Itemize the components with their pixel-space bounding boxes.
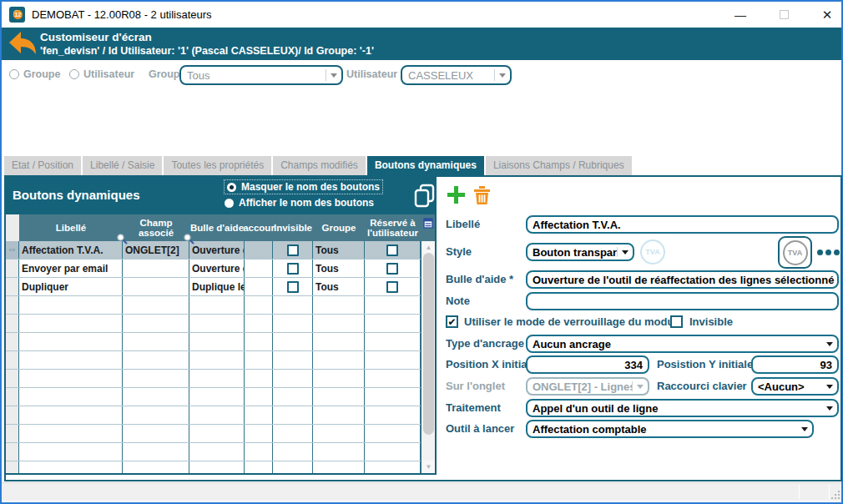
chevron-down-icon[interactable] bbox=[495, 73, 510, 78]
groupe-combo[interactable]: Tous bbox=[179, 65, 343, 85]
col-raccourci[interactable]: accour bbox=[245, 214, 273, 241]
cell-libelle[interactable]: Dupliquer bbox=[19, 278, 123, 295]
cell-groupe[interactable]: Tous bbox=[313, 278, 365, 295]
bulle-aide-input[interactable]: Ouverture de l'outil de réaffectation de… bbox=[526, 270, 839, 289]
col-invisible[interactable]: Invisible bbox=[273, 214, 313, 241]
table-row[interactable]: Dupliquer Duplique le d Tous bbox=[6, 278, 435, 296]
chevron-down-icon[interactable] bbox=[822, 406, 837, 411]
row-drag-icon[interactable]: «» bbox=[6, 241, 19, 259]
tab-champs-modifies[interactable]: Champs modifiés bbox=[273, 156, 366, 175]
table-row-empty[interactable] bbox=[6, 425, 435, 443]
copy-icon[interactable] bbox=[413, 184, 437, 209]
table-row-empty[interactable] bbox=[6, 443, 435, 461]
cell-champ[interactable] bbox=[123, 260, 189, 277]
chevron-down-icon[interactable] bbox=[326, 73, 341, 78]
reserve-checkbox[interactable] bbox=[386, 244, 398, 256]
cell-bulle[interactable]: Ouverture de bbox=[189, 260, 245, 277]
invisible-checkbox[interactable] bbox=[287, 281, 299, 293]
search-icon[interactable] bbox=[183, 233, 194, 246]
invisible-checkbox[interactable] bbox=[670, 315, 683, 328]
cell-champ[interactable] bbox=[123, 278, 189, 295]
row-drag-icon[interactable] bbox=[6, 278, 19, 295]
table-row[interactable]: Envoyer par email Ouverture de Tous bbox=[6, 260, 435, 278]
cell-accour[interactable] bbox=[245, 260, 273, 277]
col-groupe[interactable]: Groupe bbox=[313, 214, 365, 241]
page-title: Customiseur d'écran bbox=[40, 30, 374, 44]
chevron-down-icon[interactable] bbox=[822, 385, 837, 389]
chevron-down-icon[interactable] bbox=[822, 342, 837, 346]
radio-afficher-noms[interactable]: Afficher le nom des boutons bbox=[225, 197, 374, 209]
table-row-empty[interactable] bbox=[6, 333, 435, 351]
utilisateur-radio-label: Utilisateur bbox=[83, 68, 134, 80]
tab-boutons-dynamiques[interactable]: Boutons dynamiques bbox=[367, 156, 484, 175]
style-combo[interactable]: Bouton transpare bbox=[526, 243, 634, 261]
scroll-up-icon[interactable]: ▲ bbox=[422, 241, 435, 254]
cell-bulle[interactable]: Duplique le d bbox=[189, 278, 245, 295]
col-bulle-aide[interactable]: Bulle d'aide bbox=[189, 214, 245, 241]
tab-libelle-saisie[interactable]: Libellé / Saisie bbox=[83, 156, 162, 175]
raccourci-combo[interactable]: <Aucun> bbox=[751, 377, 839, 396]
cell-accour[interactable] bbox=[245, 278, 273, 295]
button-image-button[interactable]: TVA bbox=[778, 236, 812, 269]
reserve-checkbox[interactable] bbox=[386, 263, 398, 275]
cell-invisible[interactable] bbox=[273, 278, 313, 295]
posx-input[interactable]: 334 bbox=[526, 355, 649, 374]
table-scrollbar[interactable]: ▲ ▼ bbox=[421, 241, 435, 473]
add-button[interactable] bbox=[445, 184, 467, 206]
reserve-checkbox[interactable] bbox=[386, 281, 398, 293]
utilisateur-combo[interactable]: CASSELEUX bbox=[401, 65, 512, 85]
resize-grip[interactable] bbox=[830, 489, 840, 499]
utilisateur-radio[interactable] bbox=[69, 69, 79, 79]
cell-groupe[interactable]: Tous bbox=[313, 241, 365, 259]
outil-combo[interactable]: Affectation comptable bbox=[526, 420, 814, 438]
tab-liaisons-champs[interactable]: Liaisons Champs / Rubriques bbox=[486, 156, 632, 175]
table-row-empty[interactable] bbox=[6, 388, 435, 406]
cell-invisible[interactable] bbox=[273, 241, 313, 259]
cell-accour[interactable] bbox=[245, 241, 273, 259]
cell-libelle[interactable]: Envoyer par email bbox=[19, 260, 123, 277]
scrollbar-thumb[interactable] bbox=[423, 253, 434, 435]
traitement-combo[interactable]: Appel d'un outil de ligne bbox=[526, 399, 839, 417]
invisible-checkbox[interactable] bbox=[287, 244, 299, 256]
row-drag-icon[interactable] bbox=[6, 260, 19, 277]
col-libelle[interactable]: Libellé bbox=[19, 214, 123, 241]
cell-champ[interactable]: ONGLET[2] bbox=[123, 241, 189, 259]
libelle-input[interactable]: Affectation T.V.A. bbox=[526, 215, 839, 234]
invisible-checkbox[interactable] bbox=[287, 263, 299, 275]
delete-button[interactable] bbox=[472, 184, 494, 206]
maximize-button[interactable] bbox=[770, 5, 798, 25]
cell-bulle[interactable]: Ouverture de bbox=[189, 241, 245, 259]
tab-toutes-proprietes[interactable]: Toutes les propriétés bbox=[164, 156, 271, 175]
radio-masquer-noms[interactable]: Masquer le nom des boutons bbox=[225, 180, 382, 194]
col-champ-associe[interactable]: Champ associé bbox=[123, 214, 189, 241]
table-row-empty[interactable] bbox=[6, 315, 435, 333]
tab-etat-position[interactable]: Etat / Position bbox=[4, 156, 81, 175]
more-styles-button[interactable] bbox=[817, 249, 840, 255]
table-row-empty[interactable] bbox=[6, 370, 435, 388]
table-row-empty[interactable] bbox=[6, 406, 435, 425]
cell-libelle[interactable]: Affectation T.V.A. bbox=[19, 241, 123, 259]
table-row-empty[interactable] bbox=[6, 351, 435, 370]
groupe-radio[interactable] bbox=[9, 69, 19, 79]
table-row[interactable]: «» Affectation T.V.A. ONGLET[2] Ouvertur… bbox=[6, 241, 435, 260]
chevron-down-icon[interactable] bbox=[618, 250, 633, 255]
table-row-empty[interactable] bbox=[6, 296, 435, 315]
cell-invisible[interactable] bbox=[273, 260, 313, 277]
cell-groupe[interactable]: Tous bbox=[313, 260, 365, 277]
note-input[interactable] bbox=[526, 292, 839, 310]
verrouillage-checkbox[interactable]: ✔ bbox=[446, 315, 458, 328]
search-icon[interactable] bbox=[116, 233, 128, 246]
cell-reserve[interactable] bbox=[365, 278, 421, 295]
close-button[interactable]: ✕ bbox=[813, 5, 841, 25]
table-row-empty[interactable] bbox=[6, 461, 435, 473]
col-reserve[interactable]: Réservé à l'utilisateur bbox=[365, 214, 421, 241]
cell-reserve[interactable] bbox=[365, 260, 421, 277]
ancrage-combo[interactable]: Aucun ancrage bbox=[526, 335, 839, 353]
chevron-down-icon[interactable] bbox=[797, 427, 812, 431]
posy-input[interactable]: 93 bbox=[751, 355, 839, 374]
scroll-down-icon[interactable]: ▼ bbox=[422, 461, 435, 473]
table-settings-icon[interactable] bbox=[423, 218, 434, 230]
cell-reserve[interactable] bbox=[365, 241, 421, 259]
minimize-button[interactable]: — bbox=[726, 5, 755, 25]
back-arrow-icon[interactable] bbox=[8, 31, 38, 56]
